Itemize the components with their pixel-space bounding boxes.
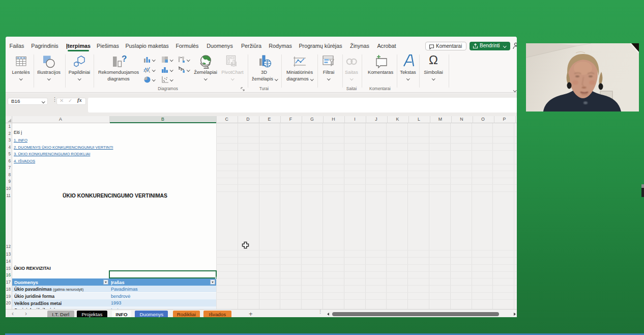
svg-text:?: ?	[122, 55, 127, 64]
